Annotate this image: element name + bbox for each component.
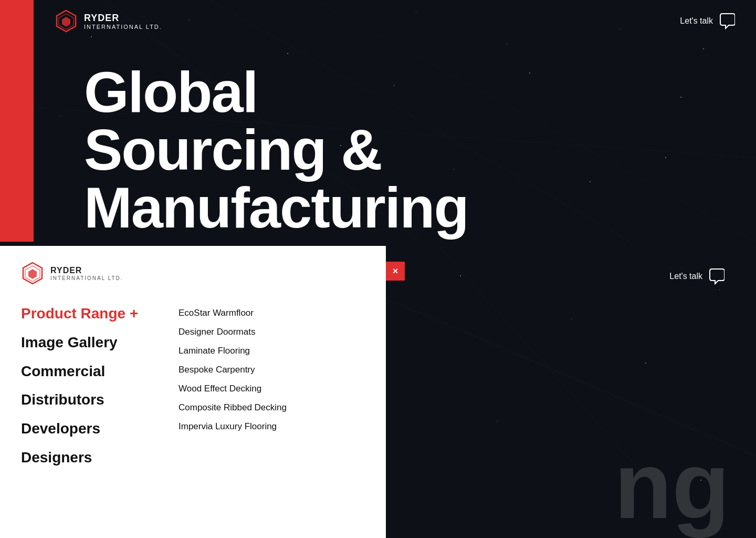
lets-talk-right[interactable]: Let's talk [669, 268, 724, 285]
nav-item-developers[interactable]: Developers [21, 421, 168, 437]
headline-line3: Manufacturing [84, 175, 468, 240]
lets-talk-hero[interactable]: Let's talk [680, 13, 735, 29]
overlay-logo[interactable]: RYDER INTERNATIONAL LTD. [21, 262, 365, 285]
submenu-item[interactable]: Designer Doormats [178, 327, 365, 337]
nav-item-distributors[interactable]: Distributors [21, 392, 168, 408]
close-button[interactable]: × [386, 262, 405, 281]
chat-icon-hero [718, 13, 735, 29]
submenu-item[interactable]: Bespoke Carpentry [178, 365, 365, 375]
nav-overlay-panel: × RYDER INTERNATIONAL LTD. Product Range… [0, 246, 386, 538]
nav-item-product-range[interactable]: Product Range + [21, 306, 168, 322]
svg-marker-11 [28, 269, 37, 279]
submenu-item[interactable]: Impervia Luxury Flooring [178, 421, 365, 432]
headline-line1: Global [84, 59, 257, 124]
nav-right-submenu: EcoStar WarmfloorDesigner DoormatsLamina… [178, 306, 365, 522]
nav-item-image-gallery[interactable]: Image Gallery [21, 335, 168, 351]
overlay-logo-icon [21, 262, 44, 285]
nav-left-column: Product Range + Image Gallery Commercial… [21, 306, 178, 522]
submenu-item[interactable]: Laminate Flooring [178, 346, 365, 356]
bg-text-right: ng [614, 438, 730, 533]
headline-line2: Sourcing & [84, 117, 382, 182]
submenu-item[interactable]: Wood Effect Decking [178, 384, 365, 394]
nav-item-commercial[interactable]: Commercial [21, 364, 168, 380]
logo-icon [55, 9, 78, 33]
red-sidebar-bar [0, 0, 34, 242]
hero-nav: RYDER INTERNATIONAL LTD. Let's talk [34, 0, 756, 42]
submenu-item[interactable]: Composite Ribbed Decking [178, 402, 365, 413]
submenu-item[interactable]: EcoStar Warmfloor [178, 308, 365, 318]
logo-text-hero: RYDER INTERNATIONAL LTD. [84, 13, 162, 30]
overlay-logo-text: RYDER INTERNATIONAL LTD. [50, 266, 123, 281]
hero-logo[interactable]: RYDER INTERNATIONAL LTD. [55, 9, 162, 33]
chat-icon-right [708, 268, 724, 285]
nav-item-designers[interactable]: Designers [21, 450, 168, 466]
hero-headline: Global Sourcing & Manufacturing [84, 63, 468, 236]
right-dark-overlay: ng [386, 246, 756, 538]
svg-marker-6 [62, 17, 70, 27]
nav-columns: Product Range + Image Gallery Commercial… [21, 306, 365, 522]
